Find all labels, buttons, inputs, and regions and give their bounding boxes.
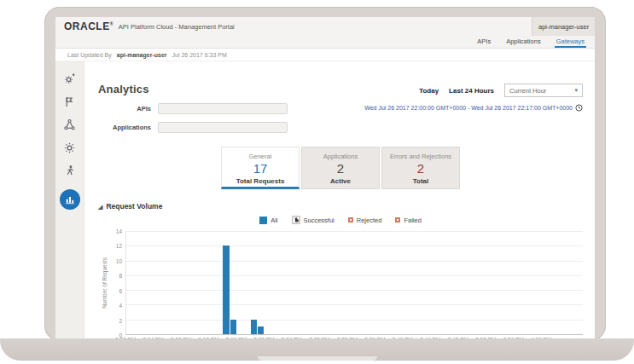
- y-tick-label: 4: [119, 303, 122, 309]
- y-axis-title: Number of Requests: [102, 257, 108, 309]
- card-value: 17: [222, 161, 299, 176]
- apis-filter-label: APIs: [98, 105, 158, 113]
- section-title: Request Volume: [106, 202, 162, 211]
- oracle-logo: ORACLE®: [64, 20, 113, 32]
- legend-label: Failed: [404, 217, 421, 224]
- chart-gridline: [126, 246, 583, 246]
- top-nav-tabs: APIs Applications Gateways: [55, 36, 595, 49]
- product-title: API Platform Cloud - Management Portal: [119, 23, 235, 31]
- legend-item-rejected[interactable]: Rejected: [348, 217, 382, 224]
- y-tick-label: 6: [119, 287, 122, 293]
- user-name: api-manager-user: [538, 23, 589, 31]
- chart-bar: [251, 320, 257, 334]
- chart-legend: All Successful Rejected: [98, 216, 583, 224]
- card-general-total-requests[interactable]: General 17 Total Requests: [221, 147, 300, 189]
- summary-cards: General 17 Total Requests Applications 2…: [98, 147, 583, 189]
- analytics-bar-chart-icon[interactable]: [60, 189, 80, 210]
- apis-filter-input[interactable]: [158, 103, 288, 114]
- tab-apis[interactable]: APIs: [475, 37, 492, 48]
- applications-filter-label: Applications: [98, 124, 158, 131]
- today-button[interactable]: Today: [419, 87, 439, 95]
- legend-label: All: [270, 217, 277, 224]
- card-value: 2: [382, 161, 459, 176]
- card-metric: Total Requests: [222, 177, 299, 185]
- legend-item-successful[interactable]: Successful: [292, 216, 334, 224]
- screen: ORACLE® API Platform Cloud - Management …: [55, 17, 595, 341]
- sidebar: [55, 61, 84, 340]
- tab-applications[interactable]: Applications: [504, 37, 542, 48]
- chart-gridline: [126, 304, 583, 305]
- settings-gear-icon[interactable]: [63, 142, 76, 154]
- chart-gridline: [126, 261, 583, 262]
- laptop-base: [0, 338, 634, 361]
- legend-item-all[interactable]: All: [259, 217, 277, 224]
- y-tick-label: 14: [116, 228, 122, 234]
- card-applications-active[interactable]: Applications 2 Active: [301, 147, 380, 189]
- agents-person-icon[interactable]: [63, 165, 76, 177]
- card-value: 2: [302, 161, 379, 176]
- card-category: Applications: [302, 153, 379, 160]
- y-tick-label: 12: [116, 243, 122, 249]
- chart-plot-area: [125, 231, 583, 335]
- request-volume-section-header[interactable]: ◢ Request Volume: [98, 202, 583, 211]
- rejected-series-swatch: [348, 217, 353, 222]
- chart-bar: [230, 320, 236, 334]
- y-axis-ticks: 02468101214: [110, 231, 125, 335]
- app-header: ORACLE® API Platform Cloud - Management …: [55, 17, 595, 36]
- chart-bar: [223, 246, 229, 334]
- card-category: General: [222, 153, 299, 160]
- last-24-hours-button[interactable]: Last 24 Hours: [449, 87, 494, 95]
- last-updated-row: Last Updated By api-manager-user Jul 26 …: [55, 49, 595, 61]
- applications-filter-input[interactable]: [158, 122, 288, 133]
- last-updated-user: api-manager-user: [117, 52, 167, 58]
- chart-gridline: [126, 275, 583, 276]
- request-volume-chart: Number of Requests 02468101214: [98, 231, 583, 335]
- y-tick-label: 8: [119, 273, 122, 279]
- services-network-icon[interactable]: [63, 118, 76, 131]
- tab-gateways[interactable]: Gateways: [555, 37, 586, 48]
- last-updated-time: Jul 26 2017 6:33 PM: [172, 52, 227, 58]
- card-metric: Active: [302, 177, 379, 185]
- card-category: Errors and Rejections: [382, 153, 459, 160]
- last-updated-label: Last Updated By: [67, 52, 112, 58]
- date-range-text: Wed Jul 26 2017 22:00:00 GMT+0000 - Wed …: [364, 105, 573, 111]
- all-series-swatch: [259, 217, 267, 224]
- chart-gridline: [126, 231, 583, 232]
- time-range-select[interactable]: Current Hour ▾: [504, 84, 583, 97]
- chart-gridline: [126, 320, 583, 321]
- card-metric: Total: [382, 177, 459, 185]
- user-menu[interactable]: api-manager-user: [532, 17, 595, 36]
- failed-series-swatch: [395, 217, 400, 222]
- legend-label: Successful: [304, 217, 334, 224]
- y-tick-label: 10: [116, 257, 122, 263]
- y-tick-label: 2: [119, 317, 122, 323]
- time-range-select-value: Current Hour: [509, 87, 546, 95]
- clock-icon[interactable]: [575, 104, 583, 112]
- card-errors-rejections-total[interactable]: Errors and Rejections 2 Total: [381, 147, 460, 189]
- policies-flag-icon[interactable]: [63, 95, 76, 108]
- apis-gear-badge-icon[interactable]: [63, 72, 76, 85]
- laptop-bezel: ORACLE® API Platform Cloud - Management …: [44, 7, 606, 341]
- collapse-triangle-icon: ◢: [98, 204, 102, 210]
- legend-item-failed[interactable]: Failed: [395, 217, 421, 224]
- analytics-content: Analytics APIs Applications Today Last 2…: [84, 61, 595, 340]
- chart-bar: [258, 326, 264, 334]
- chevron-down-icon: ▾: [574, 87, 578, 94]
- time-controls: Today Last 24 Hours Current Hour ▾ Wed J…: [364, 84, 583, 112]
- chart-gridline: [126, 290, 583, 291]
- successful-hand-box-icon: [292, 216, 300, 224]
- legend-label: Rejected: [357, 217, 382, 224]
